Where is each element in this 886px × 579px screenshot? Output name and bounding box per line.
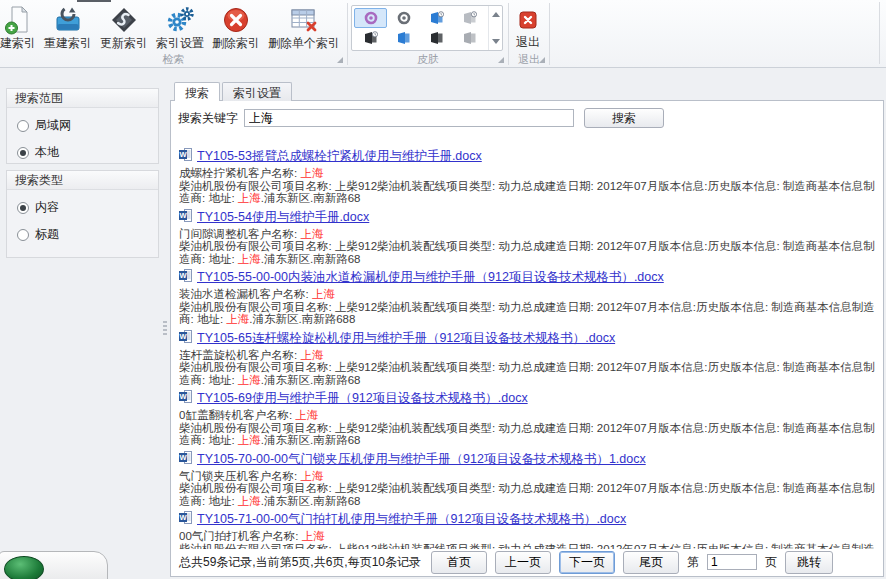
- tabstrip: 搜索 索引设置: [174, 82, 294, 101]
- splitter-grip[interactable]: [163, 321, 167, 337]
- radio-option-局域网[interactable]: 局域网: [17, 117, 148, 134]
- gallery-scroll-down-icon[interactable]: [492, 39, 500, 44]
- ribbon-button-update-index[interactable]: 更新索引: [96, 3, 152, 52]
- ribbon-group-exit-buttons: 退出: [512, 3, 544, 51]
- ribbon-button-index-settings[interactable]: 索引设置: [152, 3, 208, 52]
- snippet-text: .浦东新区.南新路68: [261, 495, 361, 507]
- result-link[interactable]: WTY105-54使用与维护手册.docx: [179, 209, 878, 226]
- search-button[interactable]: 搜索: [584, 108, 664, 128]
- search-type-panel: 搜索类型 内容标题: [6, 170, 159, 258]
- keyword-highlight: 上海: [300, 470, 323, 482]
- skin-light-clock[interactable]: [453, 8, 486, 28]
- result-link[interactable]: WTY105-70-00-00气门锁夹压机使用与维护手册（912项目设备技术规格…: [179, 451, 878, 468]
- radio-option-标题[interactable]: 标题: [17, 226, 148, 243]
- tray-green-orb-icon: [4, 556, 44, 579]
- radio-icon[interactable]: [17, 202, 29, 214]
- svg-text:W: W: [179, 150, 187, 159]
- delete-single-index-icon: [289, 5, 319, 35]
- tray-widget[interactable]: [0, 551, 108, 579]
- prev-page-button[interactable]: 上一页: [495, 551, 551, 574]
- ribbon-button-delete-single-index[interactable]: 删除单个索引: [264, 3, 344, 52]
- jump-button[interactable]: 跳转: [785, 551, 833, 574]
- index-settings-icon: [165, 5, 195, 35]
- result-link[interactable]: WTY105-69使用与维护手册（912项目设备技术规格书）.docx: [179, 390, 878, 407]
- result-title-text: TY105-54使用与维护手册.docx: [197, 210, 369, 225]
- ribbon-group-label: 皮肤: [350, 53, 506, 66]
- dialog-launcher-icon[interactable]: [539, 57, 545, 63]
- new-index-icon: [3, 5, 33, 35]
- skin-black[interactable]: [420, 28, 453, 48]
- search-keyword-input[interactable]: [244, 109, 574, 127]
- svg-text:W: W: [179, 211, 187, 220]
- radio-option-本地[interactable]: 本地: [17, 144, 148, 161]
- first-page-button[interactable]: 首页: [431, 551, 487, 574]
- ribbon-group-label: 退出: [511, 53, 547, 66]
- svg-text:W: W: [179, 271, 187, 280]
- next-page-button[interactable]: 下一页: [559, 551, 615, 574]
- result-item: WTY105-65连杆螺栓旋松机使用与维护手册（912项目设备技术规格书）.do…: [179, 330, 878, 387]
- radio-option-内容[interactable]: 内容: [17, 199, 148, 216]
- ribbon-group-skin-label: 皮肤: [417, 53, 439, 65]
- ribbon-button-rebuild-index[interactable]: 重建索引: [40, 3, 96, 52]
- ribbon-button-delete-index[interactable]: 删除索引: [208, 3, 264, 52]
- keyword-highlight: 上海: [300, 167, 323, 179]
- result-snippet: 柴油机股份有限公司项目名称: 上柴912柴油机装配线项目类型: 动力总成建造日期…: [179, 240, 878, 265]
- last-page-button[interactable]: 尾页: [623, 551, 679, 574]
- result-link[interactable]: WTY105-71-00-00气门拍打机使用与维护手册（912项目设备技术规格书…: [179, 511, 878, 528]
- result-item: WTY105-70-00-00气门锁夹压机使用与维护手册（912项目设备技术规格…: [179, 451, 878, 508]
- result-snippet: 柴油机股份有限公司项目名称: 上柴912柴油机装配线项目类型: 动力总成建造日期…: [179, 361, 878, 386]
- radio-icon[interactable]: [17, 120, 29, 132]
- tab-index-settings[interactable]: 索引设置: [222, 82, 292, 101]
- dialog-launcher-icon[interactable]: [337, 57, 343, 63]
- search-row: 搜索关键字 搜索: [178, 107, 877, 129]
- result-item: WTY105-69使用与维护手册（912项目设备技术规格书）.docx0缸盖翻转…: [179, 390, 878, 447]
- window-chrome-remnant: [77, 0, 111, 2]
- page-number-suffix: 页: [765, 554, 777, 571]
- ribbon-button-new-index[interactable]: 建索引: [0, 3, 40, 52]
- svg-text:W: W: [179, 332, 187, 341]
- search-type-header: 搜索类型: [7, 171, 158, 190]
- result-link[interactable]: WTY105-53摇臂总成螺栓拧紧机使用与维护手册.docx: [179, 148, 878, 165]
- result-item: WTY105-53摇臂总成螺栓拧紧机使用与维护手册.docx成螺栓拧紧机客户名称…: [179, 148, 878, 205]
- skin-silver[interactable]: [453, 28, 486, 48]
- pagination-bar: 总共59条记录,当前第5页,共6页,每页10条记录 首页 上一页 下一页 尾页 …: [179, 551, 878, 573]
- gallery-scroll-up-icon[interactable]: [492, 12, 500, 17]
- word-doc-icon: W: [179, 269, 192, 286]
- skin-gallery: [351, 5, 503, 51]
- radio-label: 标题: [35, 226, 59, 243]
- result-snippet: 柴油机股份有限公司项目名称: 上柴912柴油机装配线项目类型: 动力总成建造日期…: [179, 301, 878, 326]
- skin-gray-ring[interactable]: [387, 8, 420, 28]
- ribbon-edge-divider: [879, 2, 880, 64]
- skin-gallery-spinner: [488, 6, 502, 50]
- delete-index-icon: [221, 5, 251, 35]
- result-snippet: 柴油机股份有限公司项目名称: 上柴912柴油机装配线项目类型: 动力总成建造日期…: [179, 422, 878, 447]
- radio-label: 局域网: [35, 117, 71, 134]
- ribbon-group-index-buttons: 建索引重建索引更新索引索引设置删除索引删除单个索引: [3, 3, 344, 52]
- snippet-text: .浦东新区.南新路68: [261, 192, 361, 204]
- skin-blue-clock[interactable]: [420, 8, 453, 28]
- keyword-highlight: 上海: [226, 313, 249, 325]
- result-title-text: TY105-70-00-00气门锁夹压机使用与维护手册（912项目设备技术规格书…: [197, 452, 646, 467]
- result-link[interactable]: WTY105-65连杆螺栓旋松机使用与维护手册（912项目设备技术规格书）.do…: [179, 330, 878, 347]
- snippet-text: .浦东新区.南新路688: [249, 313, 355, 325]
- tab-search[interactable]: 搜索: [174, 82, 220, 101]
- radio-icon[interactable]: [17, 229, 29, 241]
- result-snippet: 门间隙调整机客户名称: 上海: [179, 228, 878, 241]
- ribbon-button-label: 更新索引: [100, 37, 148, 50]
- dialog-launcher-icon[interactable]: [498, 57, 504, 63]
- result-snippet: 柴油机股份有限公司项目名称: 上柴912柴油机装配线项目类型: 动力总成建造日期…: [179, 180, 878, 205]
- snippet-text: 连杆盖旋松机客户名称:: [179, 349, 300, 361]
- snippet-text: 00气门拍打机客户名称:: [179, 530, 302, 542]
- skin-black-clock[interactable]: [354, 28, 387, 48]
- skin-purple-ring[interactable]: [354, 8, 387, 28]
- snippet-text: .浦东新区.南新路68: [261, 434, 361, 446]
- page-number-input[interactable]: [707, 554, 757, 570]
- ribbon-button-exit[interactable]: 退出: [512, 3, 544, 51]
- result-snippet: 0缸盖翻转机客户名称: 上海: [179, 409, 878, 422]
- snippet-text: 气门锁夹压机客户名称:: [179, 470, 300, 482]
- result-link[interactable]: WTY105-55-00-00内装油水道检漏机使用与维护手册（912项目设备技术…: [179, 269, 878, 286]
- radio-icon[interactable]: [17, 147, 29, 159]
- ribbon-group-label: 检索: [2, 53, 345, 66]
- word-doc-icon: W: [179, 148, 192, 165]
- skin-blue[interactable]: [387, 28, 420, 48]
